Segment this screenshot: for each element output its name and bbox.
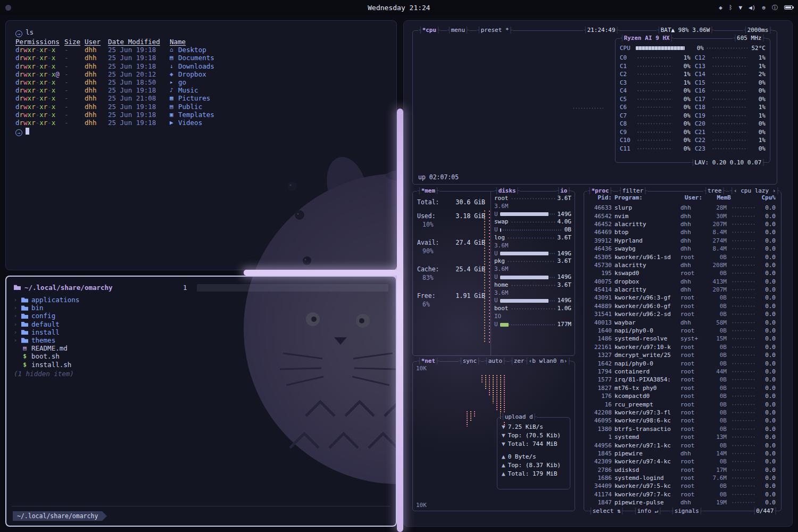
core-row: C11 0% bbox=[620, 145, 691, 153]
net-sync-toggle[interactable]: sync bbox=[459, 358, 481, 365]
process-row[interactable]: 40013 waybar dhh 58M 0.0 bbox=[589, 318, 776, 326]
process-row[interactable]: 16 rcu_preempt root 0B 0.0 bbox=[589, 400, 776, 408]
menu-button[interactable]: menu bbox=[447, 27, 469, 34]
process-row[interactable]: 1827 mt76-tx phy0 root 0B 0.0 bbox=[589, 384, 776, 392]
process-row[interactable]: 1380 btrfs-transactio root 0B 0.0 bbox=[589, 425, 776, 433]
process-row[interactable]: 1642 napi/phy0-0 root 0B 0.0 bbox=[589, 359, 776, 367]
process-row[interactable]: 22161 kworker/u97:10-k root 0B 0.0 bbox=[589, 343, 776, 351]
process-row[interactable]: 1847 pipewire-pulse dhh 19M 0.0 bbox=[589, 498, 776, 506]
process-row[interactable]: 2786 udisksd root 17M 0.0 bbox=[589, 466, 776, 474]
tab-net[interactable]: *net bbox=[417, 358, 439, 365]
btop-window[interactable]: *cpu menu preset * 21:24:49 BAT▲ 98% 3.0… bbox=[403, 20, 793, 527]
file-manager-window[interactable]: ~/.local/share/omarchy 1 › applications … bbox=[5, 276, 397, 527]
network-panel: *net sync auto zero ‹b wlan0 n› 10K uplo… bbox=[412, 361, 575, 511]
process-row[interactable]: 46452 alacritty dhh 207M 0.0 bbox=[589, 220, 776, 228]
process-row[interactable]: 42208 kworker/u97:3-fl root 0B 0.0 bbox=[589, 409, 776, 417]
list-item[interactable]: $ install.sh bbox=[14, 361, 388, 369]
process-row[interactable]: 1486 systemd-resolve syst+ 15M 0.0 bbox=[589, 335, 776, 343]
core-row: C20 0% bbox=[695, 120, 766, 128]
process-row[interactable]: 195 kswapd0 root 0B 0.0 bbox=[589, 269, 776, 277]
process-row[interactable]: 41174 kworker/u97:7-kc root 0B 0.0 bbox=[589, 491, 776, 498]
file-type-icon: $ bbox=[21, 353, 28, 360]
process-row[interactable]: 1577 irq/81-PIXA3854: root 0B 0.0 bbox=[589, 376, 776, 384]
process-row[interactable]: 31541 kworker/u96:2-sd root 0B 0.0 bbox=[589, 310, 776, 318]
upload-total: Total: 179 MiB bbox=[508, 470, 558, 478]
process-row[interactable]: 1794 containerd root 44M 0.0 bbox=[589, 368, 776, 376]
process-row[interactable]: 46469 btop dhh 8.4M 0.0 bbox=[589, 228, 776, 236]
disk-entry: root 3.6T 3.6M U 149G bbox=[494, 195, 571, 218]
ls-header-permissions: Permissions bbox=[15, 38, 64, 46]
info-icon[interactable]: ⓘ bbox=[772, 5, 778, 11]
list-item[interactable]: › themes bbox=[14, 336, 388, 344]
file-name: Public bbox=[178, 103, 202, 111]
core-row: C9 0% bbox=[620, 128, 691, 137]
mem-stat: Used: 3.18 GiB 10% bbox=[417, 212, 485, 229]
terminal-output: →ls Permissions Size User Date Modified … bbox=[6, 21, 396, 144]
list-item[interactable]: › default bbox=[14, 320, 388, 328]
select-hint[interactable]: select ⇅ bbox=[588, 508, 625, 515]
memory-stats: Total: 30.6 GiB Used: 3.18 GiB 10% Avail… bbox=[417, 198, 485, 318]
battery-icon bbox=[784, 5, 793, 10]
bluetooth-icon[interactable]: ᛒ bbox=[729, 5, 733, 11]
process-row[interactable]: 45730 alacritty dhh 208M 0.0 bbox=[589, 261, 776, 269]
tray-app-icon[interactable]: ◈ bbox=[719, 5, 722, 11]
tab-cpu[interactable]: *cpu bbox=[418, 27, 440, 34]
proc-tree-toggle[interactable]: tree bbox=[703, 187, 726, 195]
list-item[interactable]: › applications bbox=[14, 296, 388, 304]
process-panel: *proc filter tree ‹ cpu lazy › Pid: Prog… bbox=[584, 191, 782, 511]
process-row[interactable]: 1686 systemd-logind root 7.6M 0.0 bbox=[589, 474, 776, 482]
list-item[interactable]: › install bbox=[14, 328, 388, 336]
tab-proc[interactable]: *proc bbox=[587, 187, 613, 195]
process-row[interactable]: 176 kcompactd0 root 0B 0.0 bbox=[589, 392, 776, 400]
net-auto-toggle[interactable]: auto bbox=[484, 358, 506, 365]
process-row[interactable]: 43091 kworker/u96:3-gf root 0B 0.0 bbox=[589, 294, 776, 302]
process-row[interactable]: 1640 napi/phy0-0 root 0B 0.0 bbox=[589, 327, 776, 335]
process-row[interactable]: 44956 kworker/u97:1-kc root 0B 0.0 bbox=[589, 441, 776, 449]
process-row[interactable]: 45305 kworker/u96:1-sd root 0B 0.0 bbox=[589, 253, 776, 261]
proc-filter-button[interactable]: filter bbox=[618, 187, 647, 195]
process-row[interactable]: 46542 nvim dhh 30M 0.0 bbox=[589, 212, 776, 220]
terminal-window[interactable]: →ls Permissions Size User Date Modified … bbox=[5, 20, 397, 270]
io-toggle[interactable]: io bbox=[556, 187, 572, 195]
list-item[interactable]: › bin bbox=[14, 304, 388, 312]
process-row[interactable]: 42309 kworker/u97:4-kc root 0B 0.0 bbox=[589, 458, 776, 466]
info-hint[interactable]: info ↵ bbox=[633, 508, 662, 515]
process-row[interactable]: 40075 dropbox dhh 413M 0.0 bbox=[589, 278, 776, 286]
process-row[interactable]: 34409 kworker/u97:5-kc root 0B 0.0 bbox=[589, 482, 776, 490]
pictures-folder-icon: ▦ bbox=[170, 94, 178, 102]
process-row[interactable]: 46436 swaybg dhh 8.4M 0.0 bbox=[589, 245, 776, 253]
list-item[interactable]: ▤ README.md bbox=[14, 344, 388, 352]
network-icon[interactable]: ⊕ bbox=[762, 5, 766, 11]
wifi-icon[interactable]: ▼ bbox=[739, 5, 743, 11]
core-column-left: C0 1% C1 0% C2 1% C3 1% bbox=[620, 54, 691, 153]
list-item[interactable]: › config bbox=[14, 312, 388, 320]
list-item[interactable]: $ boot.sh bbox=[14, 352, 388, 360]
volume-icon[interactable]: ◀) bbox=[749, 5, 755, 11]
refresh-interval[interactable]: 2000ms bbox=[743, 27, 772, 34]
file-type-icon bbox=[21, 297, 28, 303]
process-row[interactable]: 1 systemd root 13M 0.0 bbox=[589, 433, 776, 441]
net-interface[interactable]: ‹b wlan0 n› bbox=[525, 358, 571, 365]
process-row[interactable]: 45414 alacritty dhh 207M 0.0 bbox=[589, 286, 776, 294]
ls-row: drwxr-xr-x@ - dhh 25 Jun 20:12 ◈ Dropbox bbox=[15, 70, 387, 78]
permissions: drwxr-xr-x@ bbox=[15, 70, 64, 78]
process-row[interactable]: 1845 pipewire dhh 14M 0.0 bbox=[589, 450, 776, 458]
process-row[interactable]: 44889 kworker/u96:0-gf root 0B 0.0 bbox=[589, 302, 776, 310]
size: - bbox=[64, 119, 85, 127]
disk-usage-meter bbox=[500, 299, 555, 303]
core-row: C21 0% bbox=[695, 128, 766, 137]
proc-percore-toggle[interactable]: ‹ cpu lazy › bbox=[729, 187, 780, 195]
preset-button[interactable]: preset * bbox=[477, 27, 513, 34]
memory-panel: *mem Total: 30.6 GiB Used: 3.18 GiB 10% … bbox=[412, 191, 575, 356]
process-row[interactable]: 46633 slurp dhh 28M 0.0 bbox=[589, 204, 776, 212]
process-row[interactable]: 39912 Hyprland dhh 274M 0.0 bbox=[589, 237, 776, 245]
tab-mem[interactable]: *mem bbox=[417, 187, 439, 195]
process-row[interactable]: 1327 dmcrypt_write/25 root 0B 0.0 bbox=[589, 351, 776, 359]
terminal-cursor[interactable] bbox=[26, 128, 29, 135]
entry-name: boot.sh bbox=[31, 352, 60, 360]
process-row[interactable]: 46095 kworker/u98:6-kc root 0B 0.0 bbox=[589, 417, 776, 425]
signals-hint[interactable]: signals bbox=[670, 508, 703, 515]
powerline-arrow bbox=[102, 511, 107, 521]
process-table-header[interactable]: Pid: Program: User: MemB Cpu% bbox=[589, 194, 776, 201]
mem-usage-bars bbox=[483, 210, 487, 343]
